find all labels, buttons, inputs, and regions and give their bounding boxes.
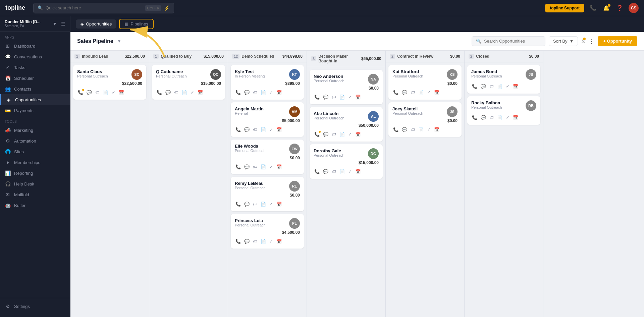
sidebar-item-scheduler[interactable]: 📅 Scheduler (0, 73, 70, 84)
calendar-button[interactable]: 📅 (276, 164, 282, 170)
sidebar-item-tasks[interactable]: ✓ Tasks (0, 62, 70, 73)
table-row[interactable]: Santa Claus Personal Outreach SC $22,500… (73, 65, 146, 100)
tag-button[interactable]: 🏷 (252, 164, 258, 170)
call-button[interactable]: 📞 (235, 238, 241, 245)
calendar-button[interactable]: 📅 (355, 94, 361, 100)
calendar-button[interactable]: 📅 (276, 89, 282, 96)
calendar-button[interactable]: 📅 (276, 238, 282, 245)
sidebar-item-reporting[interactable]: 📊 Reporting (0, 168, 70, 178)
doc-button[interactable]: 📄 (102, 89, 109, 96)
help-button[interactable]: ❓ (615, 3, 625, 12)
task-button[interactable]: ✓ (505, 83, 510, 90)
sidebar-item-marketing[interactable]: 📣 Marketing (0, 125, 70, 136)
table-row[interactable]: Dorothy Gale Personal Outreach DG $15,00… (310, 144, 383, 179)
task-button[interactable]: ✓ (269, 201, 274, 207)
sidebar-item-conversations[interactable]: 💬 Conversations (0, 51, 70, 62)
calendar-button[interactable]: 📅 (276, 201, 282, 207)
task-button[interactable]: ✓ (505, 114, 510, 121)
calendar-button[interactable]: 📅 (197, 89, 204, 96)
sidebar-item-memberships[interactable]: ♦ Memberships (0, 157, 70, 168)
doc-button[interactable]: 📄 (496, 83, 503, 90)
calendar-button[interactable]: 📅 (512, 83, 519, 90)
table-row[interactable]: Angela Martin Referral AM $5,000.00 📞 💬 … (231, 102, 304, 137)
chat-button[interactable]: 💬 (165, 89, 171, 96)
chat-button[interactable]: 💬 (244, 201, 250, 207)
global-search[interactable]: 🔍 Ctrl + K ⚡ (33, 3, 174, 13)
tag-button[interactable]: 🏷 (410, 89, 416, 96)
tag-button[interactable]: 🏷 (252, 89, 258, 96)
table-row[interactable]: Neo Anderson Personal Outreach NA $0.00 … (310, 70, 383, 104)
doc-button[interactable]: 📄 (339, 168, 345, 175)
calendar-button[interactable]: 📅 (355, 168, 361, 175)
sidebar-item-helpdesk[interactable]: 🎧 Help Desk (0, 178, 70, 189)
doc-button[interactable]: 📄 (418, 126, 424, 133)
doc-button[interactable]: 📄 (418, 89, 424, 96)
chat-button[interactable]: 💬 (401, 126, 408, 133)
call-button[interactable]: 📞 (314, 94, 320, 100)
tag-button[interactable]: 🏷 (331, 168, 337, 175)
tag-button[interactable]: 🏷 (331, 94, 337, 100)
more-options-button[interactable]: ⋮ (588, 38, 594, 45)
workspace-selector[interactable]: Dunder Mifflin [D... Scranton, PA ▼ ☰ (0, 16, 70, 32)
call-button[interactable]: 📞 (156, 89, 163, 96)
task-button[interactable]: ✓ (347, 94, 353, 100)
phone-button[interactable]: 📞 (588, 3, 598, 12)
doc-button[interactable]: 📄 (260, 126, 267, 133)
doc-button[interactable]: 📄 (260, 201, 267, 207)
table-row[interactable]: Abe Lincoln Personal Outreach AL $50,000… (310, 107, 383, 142)
tag-button[interactable]: 🏷 (252, 126, 258, 133)
tag-button[interactable]: 🏷 (331, 131, 337, 138)
task-button[interactable]: ✓ (426, 89, 431, 96)
table-row[interactable]: James Bond Personal Outreach JB 📞 💬 🏷 📄 … (467, 65, 540, 94)
filter-button[interactable]: ⧖ (581, 38, 585, 44)
task-button[interactable]: ✓ (190, 89, 195, 96)
tag-button[interactable]: 🏷 (95, 89, 100, 96)
tab-opportunities[interactable]: ◈ Opportunities (76, 19, 116, 29)
call-button[interactable]: 📞 (314, 168, 320, 175)
doc-button[interactable]: 📄 (260, 89, 267, 96)
call-button[interactable]: 📞 (235, 89, 241, 96)
sidebar-item-automation[interactable]: ⚙ Automation (0, 136, 70, 146)
chat-button[interactable]: 💬 (401, 89, 408, 96)
chat-button[interactable]: 💬 (244, 89, 250, 96)
sort-button[interactable]: Sort By ▼ (549, 36, 578, 46)
calendar-button[interactable]: 📅 (355, 131, 361, 138)
table-row[interactable]: Q Codename Personal Outreach QC $15,000.… (152, 65, 225, 100)
support-button[interactable]: topline Support (545, 4, 584, 12)
call-button[interactable]: 📞 (314, 131, 320, 138)
doc-button[interactable]: 📄 (260, 164, 267, 170)
sidebar-item-opportunities[interactable]: ◈ Opportunities (0, 94, 70, 105)
tag-button[interactable]: 🏷 (410, 126, 416, 133)
calendar-button[interactable]: 📅 (512, 114, 519, 121)
notifications-button[interactable]: 🔔 (602, 3, 611, 12)
sidebar-item-butler[interactable]: 🤖 Butler (0, 200, 70, 211)
chat-button[interactable]: 💬 (480, 83, 487, 90)
task-button[interactable]: ✓ (269, 89, 274, 96)
sidebar-item-settings[interactable]: ⚙ Settings (0, 301, 70, 312)
table-row[interactable]: Remy LeBeau Personal Outreach RL $0.00 📞… (231, 177, 304, 211)
chat-button[interactable]: 💬 (322, 94, 329, 100)
search-opportunities[interactable]: 🔍 (472, 36, 545, 46)
calendar-button[interactable]: 📅 (433, 89, 440, 96)
add-opportunity-button[interactable]: + Opportunity (598, 36, 637, 46)
doc-button[interactable]: 📄 (496, 114, 503, 121)
table-row[interactable]: Joey Skatell Personal Outreach JS $0.00 … (388, 102, 462, 137)
chat-button[interactable]: 💬 (244, 164, 250, 170)
tag-button[interactable]: 🏷 (489, 114, 494, 121)
sidebar-item-mailfold[interactable]: ✉ Mailfold (0, 189, 70, 200)
chat-button[interactable]: 💬 (322, 131, 329, 138)
table-row[interactable]: Elle Woods Personal Outreach EW $0.00 📞 … (231, 140, 304, 174)
call-button[interactable]: 📞 (392, 126, 399, 133)
calendar-button[interactable]: 📅 (118, 89, 125, 96)
search-opps-input[interactable] (484, 39, 541, 44)
sidebar-item-contacts[interactable]: 👥 Contacts (0, 84, 70, 94)
task-button[interactable]: ✓ (347, 131, 353, 138)
collapse-sidebar-icon[interactable]: ☰ (61, 21, 65, 27)
tag-button[interactable]: 🏷 (252, 238, 258, 245)
user-avatar[interactable]: CS (629, 3, 639, 13)
chat-button[interactable]: 💬 (244, 126, 250, 133)
sidebar-item-dashboard[interactable]: ⊞ Dashboard (0, 41, 70, 51)
calendar-button[interactable]: 📅 (276, 126, 282, 133)
calendar-button[interactable]: 📅 (433, 126, 440, 133)
search-input[interactable] (46, 5, 142, 10)
